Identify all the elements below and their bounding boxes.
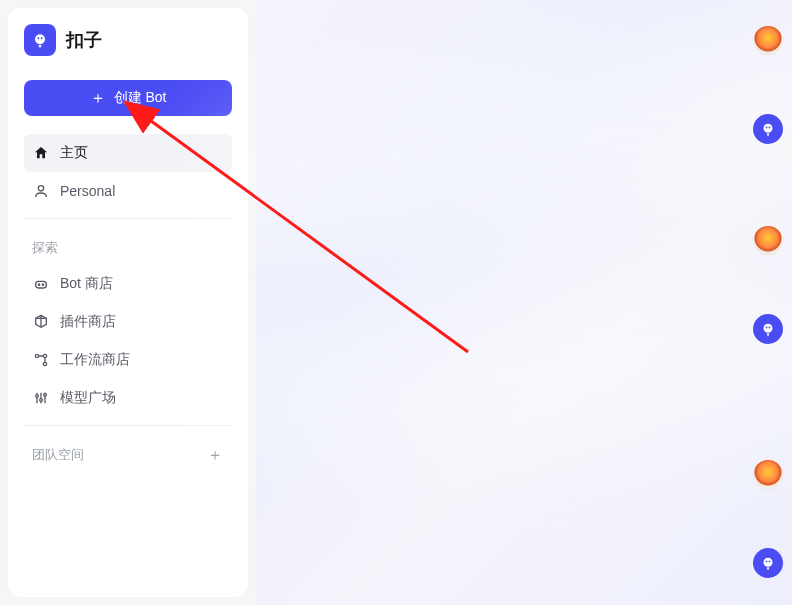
create-bot-button[interactable]: ＋ 创建 Bot [24,80,232,116]
svg-point-7 [35,354,38,357]
brand-name: 扣子 [66,28,102,52]
svg-point-13 [764,124,773,133]
section-team-space: 团队空间 ＋ [24,425,232,472]
section-explore: 探索 Bot 商店 插件商店 工作流商店 [24,218,232,417]
svg-point-10 [36,395,39,398]
svg-point-12 [44,393,47,396]
svg-point-15 [769,127,771,129]
user-icon [32,182,50,200]
svg-point-21 [769,561,771,563]
user-avatar-icon[interactable] [753,226,783,256]
sidebar-item-workflow-store[interactable]: 工作流商店 [24,341,232,379]
svg-point-6 [42,284,43,285]
svg-rect-4 [36,281,47,288]
bot-avatar-icon[interactable] [753,114,783,144]
svg-point-11 [40,399,43,402]
bot-icon [32,275,50,293]
brand-logo-icon [24,24,56,56]
svg-point-0 [35,34,45,44]
sidebar-item-model-plaza[interactable]: 模型广场 [24,379,232,417]
user-avatar-icon[interactable] [753,460,783,490]
plus-icon: ＋ [90,90,106,106]
nav-label: Bot 商店 [60,275,113,293]
nav-label: 模型广场 [60,389,116,407]
brand: 扣子 [24,24,232,56]
workflow-icon [32,351,50,369]
right-rail [744,0,792,605]
section-header: 团队空间 ＋ [24,442,232,472]
svg-point-2 [41,37,43,39]
svg-point-19 [764,558,773,567]
user-avatar-icon[interactable] [753,26,783,56]
svg-point-18 [769,327,771,329]
sliders-icon [32,389,50,407]
nav-label: 工作流商店 [60,351,130,369]
svg-point-8 [43,354,46,357]
svg-point-16 [764,324,773,333]
svg-point-9 [43,362,46,365]
create-bot-label: 创建 Bot [114,89,167,107]
background-decoration [209,250,792,490]
svg-point-1 [37,37,39,39]
sidebar: 扣子 ＋ 创建 Bot 主页 Personal 探索 [8,8,248,597]
svg-point-3 [38,186,43,191]
svg-point-14 [766,127,768,129]
nav-label: 插件商店 [60,313,116,331]
nav-label: Personal [60,183,115,199]
sidebar-item-bot-store[interactable]: Bot 商店 [24,265,232,303]
cube-icon [32,313,50,331]
home-icon [32,144,50,162]
svg-point-17 [766,327,768,329]
svg-point-20 [766,561,768,563]
section-header: 探索 [24,235,232,265]
section-title: 团队空间 [32,446,84,464]
sidebar-item-plugin-store[interactable]: 插件商店 [24,303,232,341]
section-title: 探索 [32,239,58,257]
svg-point-5 [38,284,39,285]
add-team-space-button[interactable]: ＋ [206,446,224,464]
nav-label: 主页 [60,144,88,162]
background-decoration [187,4,792,276]
bot-avatar-icon[interactable] [753,548,783,578]
main-content [256,0,792,605]
bot-avatar-icon[interactable] [753,314,783,344]
